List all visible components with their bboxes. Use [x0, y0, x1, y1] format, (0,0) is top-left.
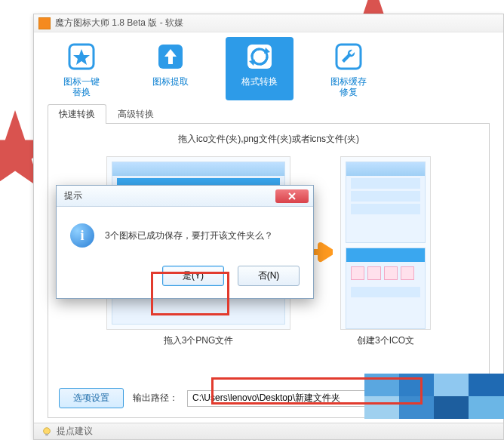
dialog-title: 提示: [64, 189, 82, 202]
tool-extract[interactable]: 图标提取: [137, 37, 204, 100]
wrench-icon: [332, 40, 365, 73]
svg-marker-3: [73, 49, 90, 65]
svg-point-9: [44, 427, 51, 434]
lightbulb-icon: [41, 426, 52, 437]
close-button[interactable]: [275, 189, 309, 203]
info-icon: i: [70, 223, 94, 248]
toolbar: 图标一键 替换 图标提取 格式转换 图标缓存 修复: [34, 32, 503, 100]
confirm-dialog: 提示 i 3个图标已成功保存，要打开该文件夹么？ 是(Y) 否(N): [56, 185, 314, 299]
refresh-icon: [243, 40, 276, 73]
no-button[interactable]: 否(N): [238, 266, 300, 286]
upload-icon: [154, 40, 187, 73]
tool-cache[interactable]: 图标缓存 修复: [315, 37, 383, 100]
app-icon: [38, 17, 51, 29]
tabs: 快速转换 高级转换: [48, 103, 490, 124]
options-button[interactable]: 选项设置: [59, 388, 124, 408]
source-caption: 拖入3个PNG文件: [106, 334, 290, 347]
svg-rect-10: [45, 433, 48, 435]
output-path-label: 输出路径：: [133, 392, 178, 405]
drop-instruction: 拖入ico文件(夹),png文件(夹)或者icns文件(夹): [59, 133, 478, 146]
tab-quick[interactable]: 快速转换: [48, 104, 106, 124]
close-icon: [287, 192, 297, 200]
window-title: 魔方图标大师 1.8 Beta 版 - 软媒: [55, 17, 183, 29]
yes-button[interactable]: 是(Y): [162, 266, 224, 286]
star-box-icon: [65, 40, 98, 73]
tool-replace[interactable]: 图标一键 替换: [48, 37, 115, 100]
footer-text[interactable]: 提点建议: [57, 425, 93, 438]
tool-label: 图标提取: [152, 76, 189, 87]
tool-label: 图标缓存 修复: [330, 76, 367, 97]
tool-label: 图标一键 替换: [63, 76, 100, 97]
dialog-titlebar: 提示: [57, 186, 313, 207]
footer: 提点建议: [34, 423, 503, 439]
pixelated-overlay: [364, 374, 504, 419]
result-caption: 创建3个ICO文: [340, 334, 431, 347]
tool-label: 格式转换: [241, 76, 278, 87]
titlebar: 魔方图标大师 1.8 Beta 版 - 软媒: [34, 14, 503, 32]
result-preview[interactable]: [340, 156, 431, 330]
tab-advanced[interactable]: 高级转换: [106, 104, 165, 124]
dialog-message: 3个图标已成功保存，要打开该文件夹么？: [105, 229, 273, 242]
tool-convert[interactable]: 格式转换: [226, 37, 293, 100]
